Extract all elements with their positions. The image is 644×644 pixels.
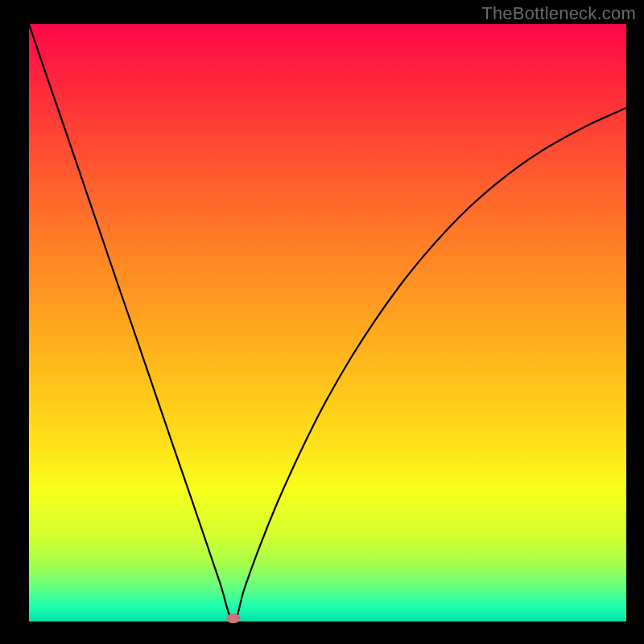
watermark-text: TheBottleneck.com — [481, 3, 636, 24]
minimum-marker — [226, 613, 241, 623]
plot-background — [29, 24, 626, 621]
chart-svg — [0, 0, 644, 644]
chart-frame: { "watermark": "TheBottleneck.com", "cha… — [0, 0, 644, 644]
